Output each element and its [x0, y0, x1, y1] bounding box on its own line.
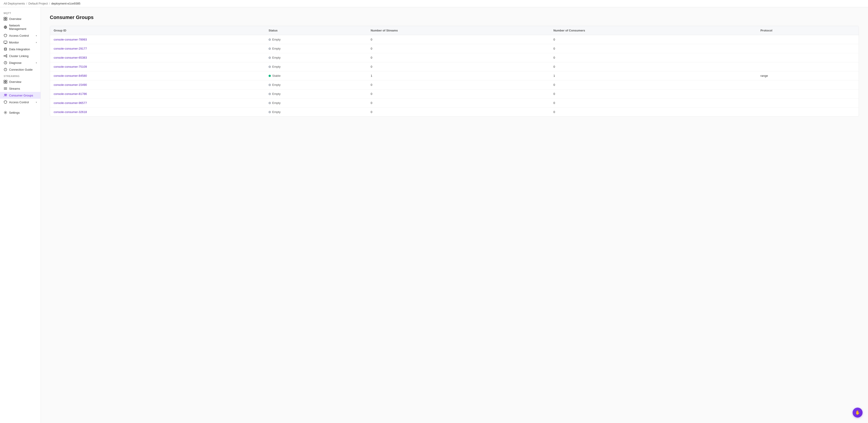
table-body: console-consumer-78993Empty00console-con… — [50, 35, 859, 117]
breadcrumb-all-deployments[interactable]: All Deployments — [4, 2, 25, 5]
shield-icon-streaming — [4, 100, 7, 104]
table-header-row: Group ID Status Number of Streams Number… — [50, 26, 859, 35]
cluster-icon — [4, 54, 7, 58]
table-row: console-consumer-75109Empty00 — [50, 62, 859, 71]
status-dot — [269, 84, 271, 86]
cell-consumers: 0 — [550, 98, 757, 108]
group-id-link[interactable]: console-consumer-81786 — [54, 92, 87, 96]
group-id-link[interactable]: console-consumer-29177 — [54, 47, 87, 50]
sidebar-item-streams[interactable]: Streams — [0, 85, 40, 92]
cell-status: Empty — [265, 35, 367, 44]
sidebar-item-access-control-mqtt[interactable]: Access Control ▾ — [0, 32, 40, 39]
sidebar-item-monitor[interactable]: Monitor ▾ — [0, 39, 40, 46]
chevron-icon-ac-streaming: ▾ — [36, 101, 37, 103]
table-row: console-consumer-29177Empty00 — [50, 44, 859, 53]
cell-protocol — [757, 108, 859, 117]
table-row: console-consumer-65383Empty00 — [50, 53, 859, 62]
group-id-link[interactable]: console-consumer-84580 — [54, 74, 87, 78]
cell-protocol — [757, 53, 859, 62]
sidebar-label-overview-mqtt: Overview — [9, 17, 21, 21]
status-dot — [269, 93, 271, 95]
cell-consumers: 0 — [550, 62, 757, 71]
sidebar-item-cluster-linking[interactable]: Cluster Linking — [0, 53, 40, 59]
cell-consumers: 0 — [550, 53, 757, 62]
table-row: console-consumer-84580Stable11range — [50, 71, 859, 81]
sidebar-label-access-control-streaming: Access Control — [9, 100, 29, 104]
sidebar-label-diagnose: Diagnose — [9, 61, 22, 64]
cell-status: Empty — [265, 108, 367, 117]
chevron-icon-ac-mqtt: ▾ — [36, 34, 37, 37]
cell-streams: 0 — [367, 98, 550, 108]
col-group-id: Group ID — [50, 26, 265, 35]
sidebar-item-diagnose[interactable]: Diagnose ▾ — [0, 59, 40, 66]
group-id-link[interactable]: console-consumer-15490 — [54, 83, 87, 87]
breadcrumb-sep-2: / — [49, 2, 50, 5]
sidebar-item-network-management[interactable]: Network Management — [0, 22, 40, 32]
cell-status: Empty — [265, 98, 367, 108]
breadcrumb: All Deployments / Default Project / depl… — [0, 0, 868, 7]
app-layout: MQTT Overview Network Management — [0, 7, 868, 423]
sidebar-label-connection-guide: Connection Guide — [9, 68, 33, 71]
cell-group-id: console-consumer-15490 — [50, 81, 265, 89]
sidebar-label-network-management: Network Management — [9, 24, 37, 31]
diagnose-icon — [4, 61, 7, 64]
svg-point-7 — [4, 56, 5, 56]
sidebar-item-data-integration[interactable]: Data Integration — [0, 46, 40, 53]
table-row: console-consumer-32618Empty00 — [50, 108, 859, 117]
sidebar-item-access-control-streaming[interactable]: Access Control ▾ — [0, 99, 40, 105]
breadcrumb-deployment: deployment-e1ce9385 — [51, 2, 81, 5]
group-id-link[interactable]: console-consumer-78993 — [54, 38, 87, 41]
status-text: Empty — [272, 92, 281, 96]
group-id-link[interactable]: console-consumer-96577 — [54, 101, 87, 104]
svg-point-18 — [5, 112, 6, 113]
sidebar-label-overview-streaming: Overview — [9, 80, 21, 84]
main-content: Consumer Groups Group ID Status Number o… — [41, 7, 868, 423]
connection-icon — [4, 68, 7, 71]
help-button[interactable]: ✋ — [852, 407, 863, 418]
svg-rect-0 — [4, 17, 5, 19]
status-text: Empty — [272, 56, 281, 59]
status-dot — [269, 111, 271, 113]
monitor-icon — [4, 40, 7, 44]
group-id-link[interactable]: console-consumer-75109 — [54, 65, 87, 68]
svg-rect-12 — [4, 80, 5, 82]
sidebar-section-streaming: Streaming — [0, 73, 40, 78]
sidebar-label-streams: Streams — [9, 87, 20, 90]
group-id-link[interactable]: console-consumer-65383 — [54, 56, 87, 59]
cell-consumers: 0 — [550, 89, 757, 98]
table-row: console-consumer-96577Empty00 — [50, 98, 859, 108]
table-row: console-consumer-15490Empty00 — [50, 81, 859, 89]
sidebar-label-cluster-linking: Cluster Linking — [9, 54, 29, 58]
cell-streams: 0 — [367, 108, 550, 117]
cell-consumers: 0 — [550, 35, 757, 44]
breadcrumb-default-project[interactable]: Default Project — [29, 2, 48, 5]
cell-group-id: console-consumer-96577 — [50, 98, 265, 108]
svg-rect-13 — [6, 80, 7, 82]
sidebar-item-overview-streaming[interactable]: Overview — [0, 78, 40, 85]
svg-rect-1 — [6, 17, 7, 19]
sidebar-item-settings[interactable]: Settings — [0, 109, 40, 116]
status-text: Stable — [272, 74, 281, 78]
cell-streams: 1 — [367, 71, 550, 81]
chevron-icon-diagnose: ▾ — [36, 62, 37, 64]
sidebar-item-connection-guide[interactable]: Connection Guide — [0, 66, 40, 73]
status-text: Empty — [272, 110, 281, 114]
settings-icon — [4, 111, 7, 114]
cell-streams: 0 — [367, 44, 550, 53]
table-row: console-consumer-78993Empty00 — [50, 35, 859, 44]
group-id-link[interactable]: console-consumer-32618 — [54, 110, 87, 114]
consumer-groups-table-container: Group ID Status Number of Streams Number… — [50, 26, 859, 117]
cell-protocol — [757, 44, 859, 53]
svg-rect-2 — [4, 19, 5, 20]
sidebar-item-overview-mqtt[interactable]: Overview — [0, 16, 40, 22]
sidebar-item-consumer-groups[interactable]: Consumer Groups — [0, 92, 40, 99]
cell-streams: 0 — [367, 62, 550, 71]
cell-status: Empty — [265, 44, 367, 53]
cell-status: Empty — [265, 89, 367, 98]
col-protocol: Protocol — [757, 26, 859, 35]
chevron-icon-monitor: ▾ — [36, 41, 37, 44]
col-streams: Number of Streams — [367, 26, 550, 35]
cell-status: Empty — [265, 62, 367, 71]
network-icon — [4, 25, 7, 29]
cell-group-id: console-consumer-29177 — [50, 44, 265, 53]
